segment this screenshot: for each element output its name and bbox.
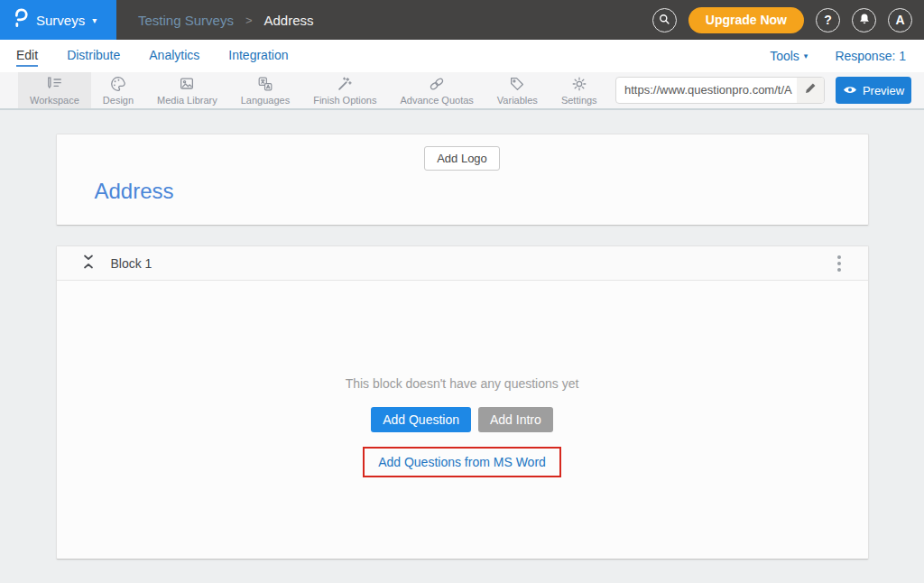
avatar[interactable]: A bbox=[888, 8, 912, 32]
breadcrumb-separator: > bbox=[245, 14, 253, 27]
languages-icon bbox=[256, 75, 274, 93]
design-icon bbox=[109, 75, 127, 93]
media-library-icon bbox=[178, 75, 196, 93]
survey-title[interactable]: Address bbox=[95, 179, 868, 204]
toolbar-item-media-library[interactable]: Media Library bbox=[145, 72, 229, 108]
breadcrumb: Testing Surveys > Address bbox=[138, 13, 314, 28]
toolbar-item-variables[interactable]: Variables bbox=[485, 72, 550, 108]
help-button[interactable]: ? bbox=[816, 8, 840, 32]
block-card: Block 1 This block doesn't have any ques… bbox=[56, 245, 869, 560]
eye-icon bbox=[843, 84, 857, 97]
add-questions-from-ms-word-link[interactable]: Add Questions from MS Word bbox=[363, 447, 561, 477]
workspace-icon bbox=[45, 75, 63, 93]
surveys-menu-label: Surveys bbox=[36, 13, 85, 28]
empty-block-message: This block doesn't have any questions ye… bbox=[57, 376, 868, 391]
survey-canvas: Add Logo Address Block 1 This blo bbox=[0, 110, 924, 560]
preview-button[interactable]: Preview bbox=[836, 77, 911, 104]
collapse-block-button[interactable] bbox=[81, 254, 96, 273]
toolbar-item-design[interactable]: Design bbox=[91, 72, 145, 108]
preview-button-label: Preview bbox=[863, 84, 904, 97]
logo-row: Add Logo bbox=[57, 134, 868, 171]
add-intro-button[interactable]: Add Intro bbox=[478, 407, 553, 432]
nav-tabs: Edit Distribute Analytics Integration bbox=[16, 45, 288, 67]
toolbar-item-finish-options[interactable]: Finish Options bbox=[301, 72, 388, 108]
toolbar-item-settings[interactable]: Settings bbox=[550, 72, 609, 108]
collapse-icon bbox=[82, 254, 95, 273]
kebab-menu-icon[interactable] bbox=[832, 252, 846, 275]
breadcrumb-current: Address bbox=[263, 13, 313, 28]
toolbar-item-advance-quotas[interactable]: Advance Quotas bbox=[388, 72, 485, 108]
chevron-down-icon: ▾ bbox=[92, 15, 97, 25]
tab-integration[interactable]: Integration bbox=[228, 45, 288, 67]
survey-header-card: Add Logo Address bbox=[56, 134, 869, 226]
toolbar-item-languages[interactable]: Languages bbox=[229, 72, 301, 108]
search-button[interactable] bbox=[652, 8, 677, 32]
bell-icon bbox=[858, 13, 871, 28]
help-icon: ? bbox=[824, 13, 832, 27]
nav-right: Tools ▾ Response: 1 bbox=[770, 49, 906, 63]
editor-toolbar: Workspace Design Media Li bbox=[0, 72, 924, 110]
search-icon bbox=[658, 13, 670, 28]
survey-nav: Edit Distribute Analytics Integration To… bbox=[0, 40, 924, 72]
response-count[interactable]: Response: 1 bbox=[835, 49, 906, 63]
questionpro-survey-editor: Surveys ▾ Testing Surveys > Address Upgr… bbox=[0, 0, 924, 560]
tab-edit[interactable]: Edit bbox=[16, 45, 38, 67]
topbar-actions: Upgrade Now ? A bbox=[652, 7, 924, 33]
surveys-menu[interactable]: Surveys ▾ bbox=[0, 0, 116, 40]
settings-icon bbox=[570, 75, 588, 93]
block-body: This block doesn't have any questions ye… bbox=[57, 281, 868, 477]
add-logo-button[interactable]: Add Logo bbox=[424, 146, 500, 171]
ms-word-row: Add Questions from MS Word bbox=[57, 447, 868, 477]
add-question-button[interactable]: Add Question bbox=[371, 407, 471, 432]
tab-analytics[interactable]: Analytics bbox=[149, 45, 199, 67]
finish-options-icon bbox=[336, 75, 354, 93]
topbar: Surveys ▾ Testing Surveys > Address Upgr… bbox=[0, 0, 924, 40]
upgrade-now-button[interactable]: Upgrade Now bbox=[688, 7, 804, 33]
toolbar-item-workspace[interactable]: Workspace bbox=[18, 72, 91, 108]
tools-menu-label: Tools bbox=[770, 49, 799, 63]
block-title[interactable]: Block 1 bbox=[111, 256, 152, 271]
block-header: Block 1 bbox=[57, 246, 868, 281]
block-actions: Add Question Add Intro bbox=[57, 407, 868, 432]
questionpro-logo-icon bbox=[11, 6, 29, 33]
avatar-initial: A bbox=[895, 13, 904, 27]
tools-menu[interactable]: Tools ▾ bbox=[770, 49, 808, 63]
tab-distribute[interactable]: Distribute bbox=[67, 45, 120, 67]
edit-url-button[interactable] bbox=[797, 78, 824, 103]
chevron-down-icon: ▾ bbox=[804, 51, 808, 60]
pencil-icon bbox=[804, 82, 817, 98]
survey-url-field[interactable]: https://www.questionpro.com/t/A bbox=[615, 77, 825, 104]
toolbar-right: https://www.questionpro.com/t/A bbox=[615, 72, 924, 108]
variables-icon bbox=[508, 75, 526, 93]
breadcrumb-parent-link[interactable]: Testing Surveys bbox=[138, 13, 234, 28]
notifications-button[interactable] bbox=[852, 8, 876, 32]
survey-url-text: https://www.questionpro.com/t/A bbox=[616, 78, 797, 103]
advance-quotas-icon bbox=[428, 75, 446, 93]
